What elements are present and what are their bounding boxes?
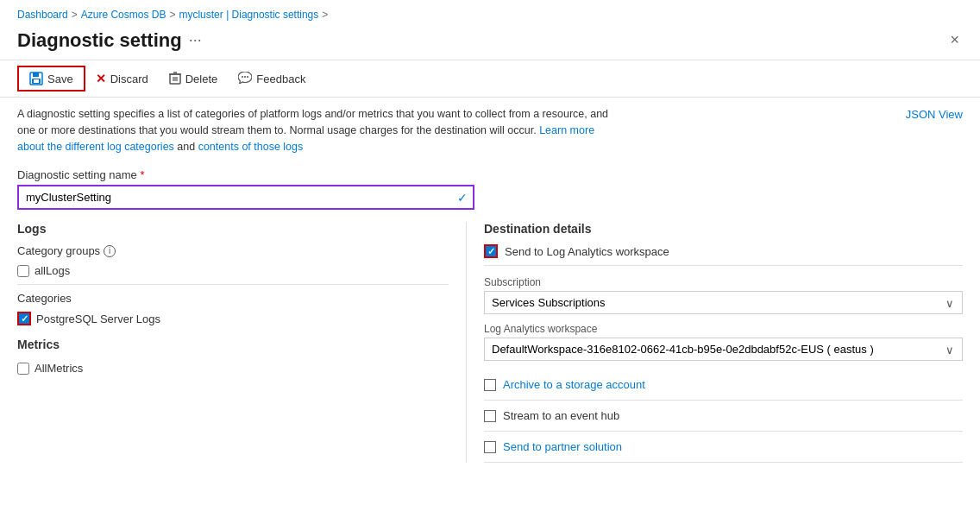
more-options-icon[interactable]: ··· bbox=[189, 31, 202, 49]
partner-row: Send to partner solution bbox=[484, 432, 963, 463]
main-content: Logs Category groups i allLogs Categorie… bbox=[0, 213, 980, 471]
description-paragraph: A diagnostic setting specifies a list of… bbox=[17, 108, 608, 153]
feedback-icon bbox=[238, 72, 252, 86]
learn-more-link[interactable]: Learn more about the different log categ… bbox=[17, 124, 594, 153]
all-logs-label[interactable]: allLogs bbox=[35, 264, 70, 277]
metrics-title: Metrics bbox=[17, 338, 449, 351]
partner-label[interactable]: Send to partner solution bbox=[503, 440, 622, 453]
stream-label[interactable]: Stream to an event hub bbox=[503, 409, 619, 422]
description-area: A diagnostic setting specifies a list of… bbox=[0, 98, 980, 163]
required-indicator: * bbox=[140, 168, 144, 181]
svg-rect-1 bbox=[33, 73, 39, 77]
breadcrumb: Dashboard > Azure Cosmos DB > mycluster … bbox=[0, 0, 980, 24]
workspace-label: Log Analytics workspace bbox=[484, 323, 963, 335]
logs-metrics-column: Logs Category groups i allLogs Categorie… bbox=[17, 222, 449, 463]
partner-checkbox[interactable] bbox=[484, 441, 496, 453]
svg-point-10 bbox=[242, 76, 243, 78]
description-text: A diagnostic setting specifies a list of… bbox=[17, 106, 621, 155]
category-groups-label: Category groups i bbox=[17, 244, 449, 257]
svg-point-11 bbox=[244, 76, 246, 78]
logs-title: Logs bbox=[17, 222, 449, 236]
breadcrumb-diagnostic[interactable]: mycluster | Diagnostic settings bbox=[179, 9, 318, 21]
workspace-select[interactable]: DefaultWorkspace-316e8102-0662-41cb-b95e… bbox=[484, 338, 963, 361]
toolbar: Save ✕ Discard Delete Feedba bbox=[0, 60, 980, 98]
logs-divider bbox=[17, 284, 449, 285]
feedback-button[interactable]: Feedback bbox=[228, 67, 316, 91]
svg-point-12 bbox=[247, 76, 248, 78]
diagnostic-name-input[interactable] bbox=[17, 185, 474, 210]
log-analytics-row: Send to Log Analytics workspace bbox=[484, 244, 963, 266]
breadcrumb-cosmos[interactable]: Azure Cosmos DB bbox=[81, 9, 166, 21]
save-label: Save bbox=[47, 73, 73, 85]
discard-button[interactable]: ✕ Discard bbox=[85, 67, 159, 90]
archive-label[interactable]: Archive to a storage account bbox=[503, 378, 645, 391]
all-metrics-label[interactable]: AllMetrics bbox=[35, 362, 83, 375]
delete-label: Delete bbox=[185, 73, 218, 85]
delete-button[interactable]: Delete bbox=[159, 66, 229, 92]
destination-column: Destination details Send to Log Analytic… bbox=[466, 222, 963, 463]
name-section: Diagnostic setting name * ✓ bbox=[0, 163, 980, 213]
postgresql-checkbox[interactable] bbox=[17, 312, 31, 325]
all-logs-row: allLogs bbox=[17, 262, 449, 279]
name-input-wrapper: ✓ bbox=[17, 185, 474, 210]
delete-icon bbox=[169, 71, 181, 87]
all-metrics-row: AllMetrics bbox=[17, 360, 449, 376]
destination-title: Destination details bbox=[484, 222, 963, 236]
breadcrumb-dashboard[interactable]: Dashboard bbox=[17, 9, 68, 21]
all-logs-checkbox[interactable] bbox=[17, 265, 29, 277]
floppy-disk-icon bbox=[29, 72, 43, 85]
save-icon bbox=[29, 72, 43, 85]
subscription-select-wrapper: Services Subscriptions bbox=[484, 291, 963, 314]
feedback-label: Feedback bbox=[256, 73, 305, 85]
workspace-field: Log Analytics workspace DefaultWorkspace… bbox=[484, 323, 963, 361]
input-check-icon: ✓ bbox=[457, 191, 468, 205]
subscription-field: Subscription Services Subscriptions bbox=[484, 276, 963, 314]
workspace-select-wrapper: DefaultWorkspace-316e8102-0662-41cb-b95e… bbox=[484, 338, 963, 361]
page-header: Diagnostic setting ··· × bbox=[0, 24, 980, 60]
contents-link[interactable]: contents of those logs bbox=[198, 141, 304, 153]
all-metrics-checkbox[interactable] bbox=[17, 363, 29, 375]
subscription-label: Subscription bbox=[484, 276, 963, 288]
log-analytics-checkbox[interactable] bbox=[484, 244, 498, 258]
categories-label: Categories bbox=[17, 292, 449, 305]
info-icon[interactable]: i bbox=[104, 245, 116, 257]
log-analytics-label: Send to Log Analytics workspace bbox=[505, 245, 669, 258]
discard-icon: ✕ bbox=[96, 72, 106, 85]
close-button[interactable]: × bbox=[946, 28, 963, 53]
sep3: > bbox=[322, 9, 328, 21]
name-field-label: Diagnostic setting name * bbox=[17, 168, 963, 181]
archive-checkbox[interactable] bbox=[484, 379, 496, 391]
postgresql-row: PostgreSQL Server Logs bbox=[17, 310, 449, 327]
logs-section: Logs Category groups i allLogs Categorie… bbox=[17, 222, 449, 327]
svg-rect-3 bbox=[34, 79, 39, 83]
save-button[interactable]: Save bbox=[17, 66, 85, 92]
page-title: Diagnostic setting bbox=[17, 29, 182, 52]
stream-row: Stream to an event hub bbox=[484, 401, 963, 432]
sep2: > bbox=[169, 9, 175, 21]
postgresql-label[interactable]: PostgreSQL Server Logs bbox=[36, 313, 160, 325]
metrics-section: Metrics AllMetrics bbox=[17, 338, 449, 376]
archive-row: Archive to a storage account bbox=[484, 369, 963, 401]
json-view-link[interactable]: JSON View bbox=[906, 106, 963, 123]
discard-label: Discard bbox=[110, 73, 148, 85]
stream-checkbox[interactable] bbox=[484, 410, 496, 422]
sep1: > bbox=[72, 9, 78, 21]
categories-section: Categories PostgreSQL Server Logs bbox=[17, 292, 449, 327]
subscription-select[interactable]: Services Subscriptions bbox=[484, 291, 963, 314]
